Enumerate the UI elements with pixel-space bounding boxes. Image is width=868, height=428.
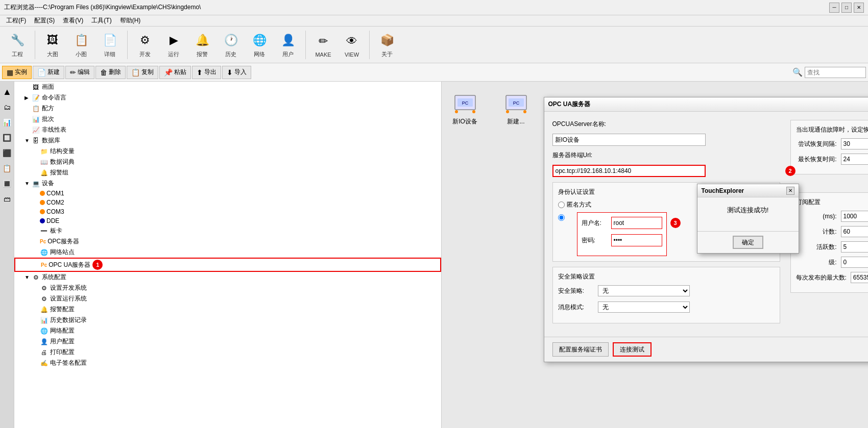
left-icon-5[interactable]: ⬛: [1, 147, 13, 159]
popup-confirm-button[interactable]: 确定: [733, 236, 763, 249]
left-icon-4[interactable]: 🔲: [1, 132, 13, 144]
tree-esign-config[interactable]: ✍ 电子签名配置: [14, 358, 441, 368]
toolbar-user[interactable]: 👤 用户: [275, 29, 301, 60]
toolbar-run[interactable]: ▶ 运行: [160, 29, 187, 60]
publish-count-input[interactable]: [841, 226, 869, 237]
toolbar-smallview[interactable]: 📋 小图: [68, 29, 94, 60]
tree-icon-alarm-config: 🔔: [40, 306, 48, 314]
search-input[interactable]: [805, 67, 866, 78]
tree-com3[interactable]: COM3: [14, 207, 441, 216]
device-icon-new[interactable]: PC 新建...: [501, 90, 532, 126]
active-count-input[interactable]: [841, 241, 869, 253]
password-input[interactable]: [611, 234, 662, 246]
cert-button[interactable]: 配置服务端证书: [552, 342, 609, 357]
close-button[interactable]: ✕: [854, 3, 864, 13]
sub-btn-new[interactable]: 📄 新建: [33, 66, 64, 79]
max-recovery-input[interactable]: [841, 154, 869, 165]
tree-icon-user-config: 👤: [40, 338, 48, 346]
device-icon-new-io[interactable]: PC 新IO设备: [450, 90, 480, 126]
tree-nonlinear[interactable]: 📈 非线性表: [14, 124, 441, 135]
message-mode-select[interactable]: 无: [598, 301, 690, 313]
retry-interval-input[interactable]: [841, 138, 869, 149]
left-icon-1[interactable]: ▲: [1, 86, 13, 98]
tree-board[interactable]: ━━ 板卡: [14, 225, 441, 236]
tree-com1[interactable]: COM1: [14, 189, 441, 198]
left-icon-8[interactable]: 🗃: [1, 193, 13, 205]
max-recovery-row: 最长恢复时间: 小时(0-240): [796, 154, 869, 165]
recovery-title: 当出现通信故障时，设定恢复策略: [796, 125, 869, 134]
security-policy-select[interactable]: 无: [598, 285, 690, 296]
tree-batch[interactable]: 📊 批次: [14, 114, 441, 124]
user-pass-radio[interactable]: [558, 214, 565, 221]
tree-recipe[interactable]: 📋 配方: [14, 103, 441, 114]
toolbar-make[interactable]: ✏ MAKE: [310, 30, 336, 60]
tree-print-config[interactable]: 🖨 打印配置: [14, 347, 441, 358]
badge-url: 2: [785, 166, 795, 176]
toolbar-bigview[interactable]: 🖼 大图: [39, 29, 66, 60]
message-mode-label: 消息模式:: [558, 303, 594, 312]
username-input[interactable]: [611, 217, 662, 229]
toolbar-view[interactable]: 👁 VIEW: [339, 30, 365, 60]
tree-history-data[interactable]: 📊 历史数据记录: [14, 315, 441, 325]
menu-tools[interactable]: 工具(T): [87, 15, 115, 26]
anonymous-radio[interactable]: [558, 202, 565, 208]
toolbar-history[interactable]: 🕐 历史: [218, 29, 244, 60]
left-icon-2[interactable]: 🗂: [1, 101, 13, 113]
tree-data-dict[interactable]: 📖 数据词典: [14, 157, 441, 167]
toolbar-network[interactable]: 🌐 网络: [246, 29, 273, 60]
sub-btn-import[interactable]: ⬇ 导入: [222, 66, 251, 79]
toolbar-run-icon: ▶: [164, 31, 183, 49]
left-icon-3[interactable]: 📊: [1, 116, 13, 129]
toolbar-alarm[interactable]: 🔔 报警: [189, 29, 215, 60]
server-url-input[interactable]: [552, 165, 706, 177]
tree-dde[interactable]: DDE: [14, 216, 441, 225]
toolbar-about[interactable]: 📦 关于: [374, 29, 400, 60]
connect-test-button[interactable]: 连接测试: [613, 342, 652, 357]
tree-alarm-config[interactable]: 🔔 报警配置: [14, 304, 441, 315]
tree-db[interactable]: ▼ 🗄 数据库: [14, 135, 441, 146]
tree-screen[interactable]: 🖼 画面: [14, 82, 441, 92]
menu-view[interactable]: 查看(V): [59, 15, 87, 26]
tree-arrow-cmd: ▶: [25, 95, 32, 100]
tree-dev-sys[interactable]: ⚙ 设置开发系统: [14, 283, 441, 293]
sub-btn-delete[interactable]: 🗑 删除: [95, 66, 126, 79]
tree-user-config[interactable]: 👤 用户配置: [14, 336, 441, 347]
menu-project[interactable]: 工程(F): [2, 15, 30, 26]
tree-cmd[interactable]: ▶ 📝 命令语言: [14, 92, 441, 103]
tree-icon-data-dict: 📖: [40, 158, 48, 166]
left-icon-6[interactable]: 📋: [1, 162, 13, 174]
menu-help[interactable]: 帮助(H): [116, 15, 145, 26]
maximize-button[interactable]: □: [841, 3, 852, 13]
toolbar-user-label: 用户: [282, 51, 294, 58]
svg-point-3: [455, 110, 458, 113]
popup-close-button[interactable]: ✕: [786, 187, 794, 195]
tree-label-board: 板卡: [50, 226, 62, 235]
tree-opc[interactable]: Pc OPC服务器: [14, 236, 441, 247]
tree-opc-ua[interactable]: Pc OPC UA服务器 1: [14, 258, 441, 272]
tree-network-node[interactable]: 🌐 网络站点: [14, 247, 441, 258]
tree-net-config[interactable]: 🌐 网络配置: [14, 325, 441, 336]
tree-device[interactable]: ▼ 💻 设备: [14, 178, 441, 189]
toolbar-project[interactable]: 🔧 工程: [4, 29, 31, 60]
menu-config[interactable]: 配置(S): [30, 15, 59, 26]
left-icon-7[interactable]: 🔳: [1, 178, 13, 190]
sub-btn-export[interactable]: ⬆ 导出: [192, 66, 221, 79]
sampling-input[interactable]: [841, 211, 869, 222]
tree-sys-config[interactable]: ▼ ⚙ 系统配置: [14, 272, 441, 283]
sub-btn-paste[interactable]: 📌 粘贴: [159, 66, 191, 79]
sub-btn-edit[interactable]: ✏ 编辑: [65, 66, 94, 79]
toolbar-detail[interactable]: 📄 详细: [97, 29, 123, 60]
priority-input[interactable]: [841, 257, 869, 268]
sub-btn-instance[interactable]: ▦ 实例: [2, 66, 32, 79]
tree-run-sys[interactable]: ⚙ 设置运行系统: [14, 293, 441, 304]
max-publish-input[interactable]: [851, 272, 868, 283]
tree-alarm-group[interactable]: 🔔 报警组: [14, 167, 441, 178]
sub-btn-copy[interactable]: 📋 复制: [127, 66, 158, 79]
tree-struct-var[interactable]: 📁 结构变量: [14, 146, 441, 157]
toolbar-dev[interactable]: ⚙ 开发: [132, 29, 158, 60]
minimize-button[interactable]: ─: [829, 3, 839, 13]
toolbar-dev-icon: ⚙: [136, 31, 154, 49]
server-name-input[interactable]: [552, 134, 706, 146]
tree-com2[interactable]: COM2: [14, 198, 441, 207]
toolbar-sep1: [35, 31, 35, 59]
